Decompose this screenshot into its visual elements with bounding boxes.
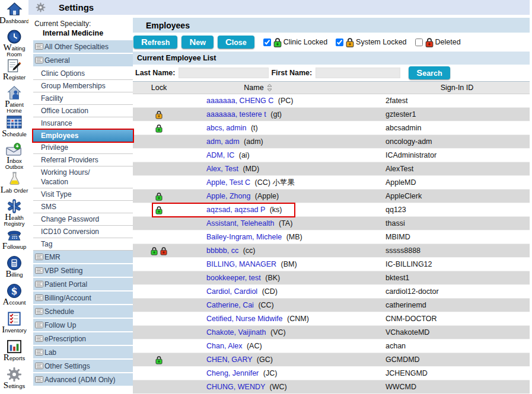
signin-cell: abcsadmin — [384, 124, 530, 132]
employee-name-link[interactable]: Bailey-Ingram, Michele — [206, 233, 282, 241]
app-window: Dashboard Waiting Room Register Patient … — [0, 0, 532, 394]
menu-item-tag[interactable]: Tag — [33, 238, 133, 251]
employee-name-link[interactable]: ADM, IC — [206, 151, 234, 159]
employee-table-body: aaaaaaa, CHENG C (PC) 2fatest aaaaaaa, t… — [133, 94, 530, 394]
employee-name-link[interactable]: Chan, Alex — [206, 342, 242, 350]
sidebar-item-settings[interactable]: Settings — [0, 366, 28, 393]
employee-name-link[interactable]: CHUNG, WENDY — [206, 383, 265, 391]
menu-group-follow-up[interactable]: Follow Up — [33, 319, 133, 331]
new-button[interactable]: New — [181, 36, 214, 49]
menu-item-change-password[interactable]: Change Password — [33, 213, 133, 226]
menu-group-patient-portal[interactable]: Patient Portal — [33, 278, 133, 290]
sidebar-item-inbox-outbox[interactable]: Inbox Outbox — [0, 142, 28, 170]
employee-name-link[interactable]: aqzsad, aqzsad P — [206, 206, 265, 214]
menu-group-schedule[interactable]: Schedule — [33, 305, 133, 318]
menu-item-insurance[interactable]: Insurance — [33, 117, 133, 130]
menu-group-lab[interactable]: Lab — [33, 346, 133, 358]
name-cell: CHUNG, WENDY (WC) — [185, 383, 384, 391]
employee-name-link[interactable]: aaaaaaa, testere t — [206, 110, 266, 118]
menu-item-group-memberships[interactable]: Group Memberships — [33, 80, 133, 92]
svg-text:$: $ — [11, 285, 18, 296]
sidebar-item-inventory[interactable]: Inventory — [0, 310, 28, 338]
employee-name-link[interactable]: Catherine, Cai — [206, 301, 254, 309]
green-lock-icon — [155, 124, 163, 133]
first-name-input[interactable] — [316, 68, 400, 78]
table-row: CHUNG, WENDY (WC) WWCMD — [133, 380, 530, 394]
table-row: Cheng, Jennifer (JC) JCHENGMD — [133, 367, 530, 380]
health-registry-icon — [7, 198, 22, 214]
name-cell: Catherine, Cai (CC) — [185, 301, 384, 309]
signin-cell: ICAdministrator — [384, 151, 530, 159]
sidebar-item-patient-home[interactable]: Patient Home — [0, 85, 28, 113]
menu-group-eprescription[interactable]: ePrescription — [33, 332, 133, 345]
menu-item-referral-providers[interactable]: Referral Providers — [33, 154, 133, 166]
menu-item-sms[interactable]: SMS — [33, 201, 133, 213]
sort-icon[interactable] — [267, 84, 272, 92]
sidebar-item-billing[interactable]: Billing — [0, 255, 28, 282]
menu-item-clinic-options[interactable]: Clinic Options — [33, 68, 133, 80]
menu-item-icd10-conversion[interactable]: ICD10 Conversion — [33, 226, 133, 238]
menu-group-all-other-specialties[interactable]: All Other Specialties — [33, 40, 133, 53]
menu-item-privilege[interactable]: Privilege — [33, 142, 133, 154]
menu-group-advanced-adm-only-[interactable]: Advanced (ADM Only) — [33, 373, 133, 386]
employee-name-link[interactable]: Assistant, Telehealth — [206, 219, 274, 228]
menu-group-general[interactable]: General — [33, 54, 133, 66]
sidebar-item-reports[interactable]: Reports — [0, 338, 28, 366]
green-lock-icon — [273, 37, 282, 47]
signin-column-header[interactable]: Sign-In ID — [384, 84, 530, 92]
employee-name-link[interactable]: Cardiol, Cardiol — [206, 287, 257, 296]
employee-name-link[interactable]: adm, adm — [206, 137, 240, 146]
last-name-label: Last Name: — [135, 69, 175, 77]
inbox-outbox-icon — [5, 142, 23, 157]
form-icon — [35, 322, 43, 328]
sidebar-item-register[interactable]: Register — [0, 57, 28, 85]
name-column-header[interactable]: Name — [185, 84, 384, 92]
menu-item-office-location[interactable]: Office Location — [33, 105, 133, 117]
name-cell: ADM, IC (ai) — [185, 151, 384, 159]
employee-name-link[interactable]: Cetified, Nurse Midwife — [206, 315, 283, 323]
employee-name-link[interactable]: CHEN, GARY — [206, 355, 252, 364]
employee-name-link[interactable]: Apple, Zhong — [206, 192, 250, 200]
employee-name-link[interactable]: aaaaaaa, CHENG C — [206, 97, 273, 105]
page-title: Settings — [59, 2, 94, 12]
refresh-button[interactable]: Refresh — [133, 36, 177, 49]
menu-group-billing-account[interactable]: Billing/Account — [33, 292, 133, 304]
menu-item-employees[interactable]: Employees — [33, 130, 133, 142]
employee-name-link[interactable]: Cheng, Jennifer — [206, 369, 259, 377]
sidebar-item-followup[interactable]: Followup — [0, 227, 28, 254]
menu-group-other-settings[interactable]: Other Settings — [33, 360, 133, 372]
employee-name-link[interactable]: Chakote, Vaijinath — [206, 328, 266, 337]
employee-name-link[interactable]: bookkeeper, test — [206, 274, 261, 282]
employee-name-link[interactable]: Alex, Test — [206, 165, 238, 173]
name-cell: aqzsad, aqzsad P (ks) — [185, 206, 384, 214]
sidebar-item-lab-order[interactable]: Lab Order — [0, 171, 28, 198]
sidebar-item-dashboard[interactable]: Dashboard — [0, 1, 28, 28]
name-cell: Assistant, Telehealth (TA) — [185, 219, 384, 228]
name-cell: Apple, Test C (CC) 小苹果 — [185, 178, 384, 188]
sidebar-item-waiting-room[interactable]: Waiting Room — [0, 29, 28, 57]
table-row: bookkeeper, test (BK) bktest1 — [133, 271, 530, 285]
sidebar-item-schedule[interactable]: Schedule — [0, 114, 28, 142]
menu-group-emr[interactable]: EMR — [33, 251, 133, 263]
name-cell: BILLING, MANAGER (BM) — [185, 260, 384, 268]
menu-group-vbp-setting[interactable]: VBP Setting — [33, 264, 133, 277]
sidebar-item-health-registry[interactable]: Health Registry — [0, 198, 28, 226]
search-button[interactable]: Search — [409, 66, 450, 79]
filter-checkbox[interactable] — [336, 39, 343, 46]
employee-name-link[interactable]: abcs, admin — [206, 124, 246, 132]
employee-name-link[interactable]: BILLING, MANAGER — [206, 260, 276, 268]
last-name-input[interactable] — [179, 68, 269, 78]
sidebar-item-account[interactable]: $ Account — [0, 283, 28, 310]
form-icon — [35, 43, 43, 50]
lock-column-header[interactable]: Lock — [133, 84, 185, 92]
employee-name-link[interactable]: Apple, Test C — [206, 178, 250, 187]
close-button[interactable]: Close — [218, 36, 254, 49]
menu-item-facility[interactable]: Facility — [33, 92, 133, 105]
filter-checkbox[interactable] — [263, 39, 271, 46]
green-lock-icon — [155, 206, 163, 214]
filter-checkbox[interactable] — [415, 39, 423, 46]
form-icon — [35, 376, 43, 383]
menu-item-visit-type[interactable]: Visit Type — [33, 188, 133, 201]
employee-name-link[interactable]: bbbbb, cc — [206, 246, 238, 255]
menu-item-working-hours-vacation[interactable]: Working Hours/ Vacation — [33, 166, 133, 188]
